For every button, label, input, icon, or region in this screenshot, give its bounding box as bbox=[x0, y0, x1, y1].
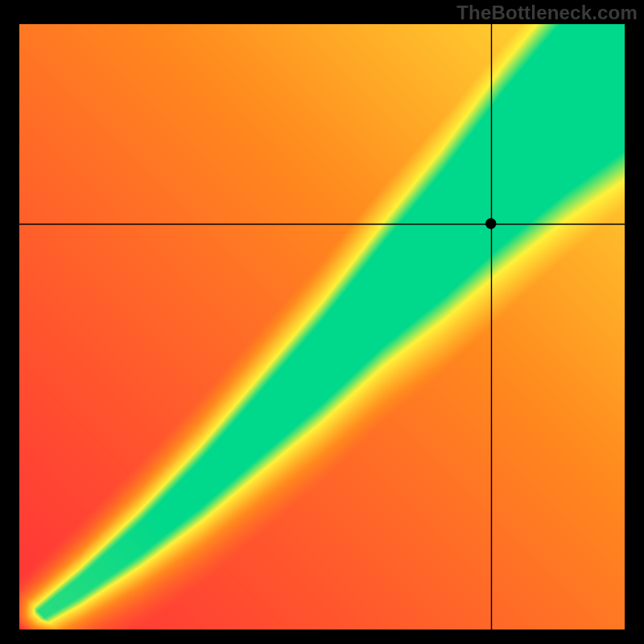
bottleneck-heatmap bbox=[19, 24, 625, 630]
chart-frame: TheBottleneck.com bbox=[0, 0, 644, 644]
watermark-text: TheBottleneck.com bbox=[456, 2, 638, 24]
